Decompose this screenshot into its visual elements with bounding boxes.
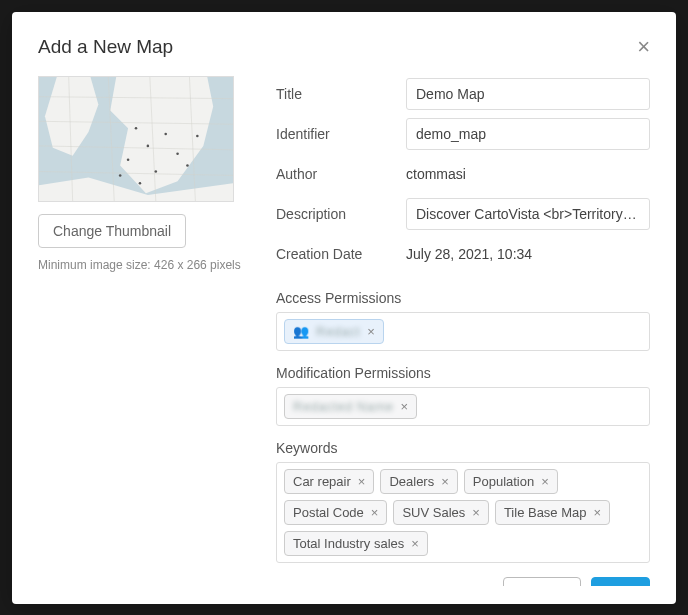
keyword-tag[interactable]: Dealers× [380,469,457,494]
remove-tag-icon[interactable]: × [594,505,602,520]
svg-point-9 [135,126,138,129]
keyword-label: Car repair [293,474,351,489]
remove-tag-icon[interactable]: × [541,474,549,489]
svg-point-16 [196,134,199,137]
keyword-tag[interactable]: Total Industry sales× [284,531,428,556]
keyword-label: Population [473,474,534,489]
description-input[interactable] [406,198,650,230]
remove-tag-icon[interactable]: × [371,505,379,520]
modification-permission-tag[interactable]: Redacted Name × [284,394,417,419]
svg-point-15 [186,164,189,167]
dialog-title: Add a New Map [38,36,173,58]
keywords-box[interactable]: Car repair×Dealers×Population×Postal Cod… [276,462,650,563]
modification-permissions-box[interactable]: Redacted Name × [276,387,650,426]
remove-tag-icon[interactable]: × [472,505,480,520]
modification-permissions-label: Modification Permissions [276,365,650,381]
change-thumbnail-button[interactable]: Change Thumbnail [38,214,186,248]
identifier-label: Identifier [276,126,406,142]
remove-tag-icon[interactable]: × [400,399,408,414]
keyword-tag[interactable]: Car repair× [284,469,374,494]
access-permissions-box[interactable]: 👥 Redact × [276,312,650,351]
remove-tag-icon[interactable]: × [441,474,449,489]
svg-point-17 [119,174,122,177]
keyword-label: Postal Code [293,505,364,520]
remove-tag-icon[interactable]: × [367,324,375,339]
description-label: Description [276,206,406,222]
svg-point-10 [147,144,150,147]
cancel-button[interactable]: Cancel [503,577,581,586]
add-button[interactable]: Add [591,577,650,586]
svg-point-18 [139,182,142,185]
keyword-label: SUV Sales [402,505,465,520]
access-permissions-label: Access Permissions [276,290,650,306]
close-icon[interactable]: × [637,36,650,58]
keyword-tag[interactable]: SUV Sales× [393,500,488,525]
modification-permission-value: Redacted Name [293,399,393,414]
title-input[interactable] [406,78,650,110]
remove-tag-icon[interactable]: × [411,536,419,551]
svg-point-11 [164,132,167,135]
keyword-label: Total Industry sales [293,536,404,551]
svg-point-14 [155,170,158,173]
author-label: Author [276,166,406,182]
svg-point-13 [127,158,130,161]
thumbnail-preview [38,76,234,202]
creation-date-value: July 28, 2021, 10:34 [406,239,650,269]
keywords-label: Keywords [276,440,650,456]
remove-tag-icon[interactable]: × [358,474,366,489]
access-permission-value: Redact [316,324,360,339]
group-icon: 👥 [293,324,309,339]
title-label: Title [276,86,406,102]
keyword-tag[interactable]: Postal Code× [284,500,387,525]
keyword-tag[interactable]: Population× [464,469,558,494]
access-permission-tag[interactable]: 👥 Redact × [284,319,384,344]
keyword-label: Tile Base Map [504,505,587,520]
keyword-tag[interactable]: Tile Base Map× [495,500,610,525]
thumbnail-hint: Minimum image size: 426 x 266 pixels [38,258,256,272]
author-value: ctommasi [406,159,650,189]
identifier-input[interactable] [406,118,650,150]
svg-point-12 [176,152,179,155]
keyword-label: Dealers [389,474,434,489]
add-map-dialog: Add a New Map × [12,12,676,604]
creation-date-label: Creation Date [276,246,406,262]
